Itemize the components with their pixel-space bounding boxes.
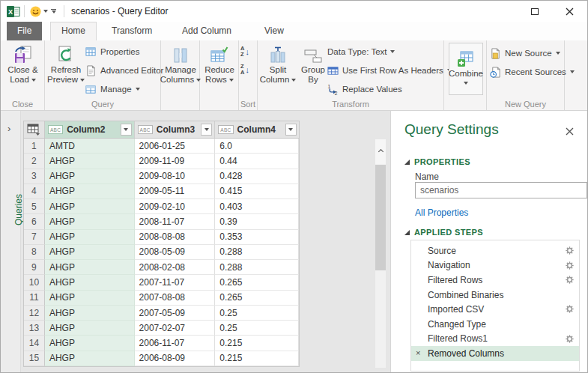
advanced-editor-button[interactable]: Advanced Editor bbox=[85, 62, 163, 79]
select-all-corner-button[interactable] bbox=[24, 121, 45, 138]
properties-section-header[interactable]: PROPERTIES bbox=[404, 157, 470, 166]
cell[interactable]: 2009-02-10 bbox=[135, 199, 216, 214]
cell[interactable]: AMTD bbox=[45, 139, 135, 154]
cell[interactable]: 2008-11-07 bbox=[135, 214, 216, 229]
cell[interactable]: AHGP bbox=[45, 260, 135, 275]
cell[interactable]: 0.39 bbox=[215, 214, 299, 229]
tab-file[interactable]: File bbox=[7, 22, 42, 40]
cell[interactable]: AHGP bbox=[45, 275, 135, 290]
reduce-rows-button[interactable]: Reduce Rows bbox=[201, 43, 238, 85]
cell[interactable]: 0.288 bbox=[215, 260, 299, 275]
cell[interactable]: 2009-08-10 bbox=[135, 169, 216, 184]
cell[interactable]: 2008-05-09 bbox=[135, 245, 216, 260]
cell[interactable]: 2006-08-09 bbox=[135, 351, 216, 366]
replace-values-button[interactable]: 1 2 Replace Values bbox=[327, 81, 402, 97]
applied-step[interactable]: ×Removed Columns bbox=[411, 346, 579, 361]
cell[interactable]: AHGP bbox=[45, 184, 135, 199]
row-number[interactable]: 10 bbox=[24, 275, 45, 290]
delete-step-icon[interactable]: × bbox=[416, 348, 420, 357]
filter-dropdown-button[interactable] bbox=[285, 124, 297, 136]
customize-quick-access-toolbar-button[interactable] bbox=[51, 1, 56, 22]
cell[interactable]: 0.25 bbox=[215, 321, 299, 336]
cell[interactable]: AHGP bbox=[45, 306, 135, 321]
cell[interactable]: 6.0 bbox=[215, 139, 299, 154]
cell[interactable]: AHGP bbox=[45, 230, 135, 245]
cell[interactable]: 0.215 bbox=[215, 351, 299, 366]
sort-ascending-button[interactable]: AZ↓ bbox=[240, 43, 249, 60]
cell[interactable]: 0.428 bbox=[215, 169, 299, 184]
group-by-button[interactable]: Group By bbox=[300, 43, 327, 85]
row-number[interactable]: 5 bbox=[24, 199, 45, 214]
properties-button[interactable]: Properties bbox=[85, 43, 139, 60]
gear-icon[interactable] bbox=[566, 276, 574, 286]
close-and-load-button[interactable]: Close & Load bbox=[3, 43, 43, 85]
cell[interactable]: 0.44 bbox=[215, 154, 299, 169]
cell[interactable]: 0.353 bbox=[215, 230, 299, 245]
column-header-column3[interactable]: ABC Column3 bbox=[135, 121, 216, 138]
cell[interactable]: AHGP bbox=[45, 321, 135, 336]
combine-button[interactable]: Combine bbox=[449, 43, 483, 95]
manage-button[interactable]: Manage bbox=[85, 81, 140, 97]
applied-steps-section-header[interactable]: APPLIED STEPS bbox=[404, 228, 483, 237]
row-number[interactable]: 2 bbox=[24, 154, 45, 169]
applied-step[interactable]: Combined Binaries bbox=[411, 288, 579, 303]
row-number[interactable]: 1 bbox=[24, 139, 45, 154]
row-number[interactable]: 6 bbox=[24, 214, 45, 229]
cell[interactable]: AHGP bbox=[45, 291, 135, 306]
gear-icon[interactable] bbox=[566, 261, 574, 272]
excel-icon[interactable]: X bbox=[7, 1, 20, 22]
row-number[interactable]: 13 bbox=[24, 321, 45, 336]
split-column-button[interactable]: Split Column bbox=[259, 43, 297, 85]
applied-step[interactable]: Imported CSV bbox=[411, 302, 579, 317]
row-number[interactable]: 3 bbox=[24, 169, 45, 184]
cell[interactable]: 2007-11-07 bbox=[135, 275, 216, 290]
row-number[interactable]: 7 bbox=[24, 230, 45, 245]
row-number[interactable]: 9 bbox=[24, 260, 45, 275]
row-number[interactable]: 14 bbox=[24, 336, 45, 351]
cell[interactable]: 2009-11-09 bbox=[135, 154, 216, 169]
maximize-button[interactable] bbox=[518, 1, 552, 22]
cell[interactable]: 2007-02-07 bbox=[135, 321, 216, 336]
applied-step[interactable]: Navigation bbox=[411, 258, 579, 273]
applied-step[interactable]: Source bbox=[411, 243, 579, 258]
expand-queries-icon[interactable]: › bbox=[7, 123, 10, 134]
cell[interactable]: AHGP bbox=[45, 351, 135, 366]
cell[interactable]: AHGP bbox=[45, 169, 135, 184]
cell[interactable]: 0.288 bbox=[215, 245, 299, 260]
tab-view[interactable]: View bbox=[254, 22, 294, 40]
sort-descending-button[interactable]: ZA↓ bbox=[240, 61, 249, 78]
cell[interactable]: AHGP bbox=[45, 245, 135, 260]
cell[interactable]: 0.215 bbox=[215, 336, 299, 351]
row-number[interactable]: 12 bbox=[24, 306, 45, 321]
column-header-column4[interactable]: ABC Column4 bbox=[215, 121, 299, 138]
queries-pane-collapsed[interactable]: › Queries bbox=[1, 111, 21, 373]
cell[interactable]: AHGP bbox=[45, 154, 135, 169]
refresh-preview-button[interactable]: Refresh Preview bbox=[48, 43, 84, 85]
scrollbar-thumb[interactable] bbox=[375, 165, 386, 270]
cell[interactable]: 0.265 bbox=[215, 291, 299, 306]
cell[interactable]: 2008-02-08 bbox=[135, 260, 216, 275]
query-name-input[interactable] bbox=[415, 182, 587, 198]
close-window-button[interactable] bbox=[552, 1, 587, 22]
cell[interactable]: AHGP bbox=[45, 199, 135, 214]
cell[interactable]: 2007-05-09 bbox=[135, 306, 216, 321]
use-first-row-button[interactable]: Use First Row As Headers bbox=[327, 62, 452, 79]
new-source-button[interactable]: New Source bbox=[490, 45, 560, 61]
recent-sources-button[interactable]: Recent Sources bbox=[490, 64, 575, 80]
cell[interactable]: 2006-01-25 bbox=[135, 139, 216, 154]
cell[interactable]: 0.415 bbox=[215, 184, 299, 199]
scroll-up-button[interactable] bbox=[375, 139, 386, 164]
cell[interactable]: 2008-08-08 bbox=[135, 230, 216, 245]
cell[interactable]: AHGP bbox=[45, 336, 135, 351]
row-number[interactable]: 4 bbox=[24, 184, 45, 199]
tab-home[interactable]: Home bbox=[50, 22, 97, 40]
applied-step[interactable]: Filtered Rows bbox=[411, 273, 579, 288]
column-header-column2[interactable]: ABC Column2 bbox=[45, 121, 135, 138]
cell[interactable]: AHGP bbox=[45, 214, 135, 229]
applied-step[interactable]: Filtered Rows1 bbox=[411, 332, 579, 347]
cell[interactable]: 0.403 bbox=[215, 199, 299, 214]
close-settings-button[interactable] bbox=[566, 127, 574, 138]
cell[interactable]: 2009-05-11 bbox=[135, 184, 216, 199]
cell[interactable]: 0.25 bbox=[215, 306, 299, 321]
filter-dropdown-button[interactable] bbox=[201, 124, 212, 136]
